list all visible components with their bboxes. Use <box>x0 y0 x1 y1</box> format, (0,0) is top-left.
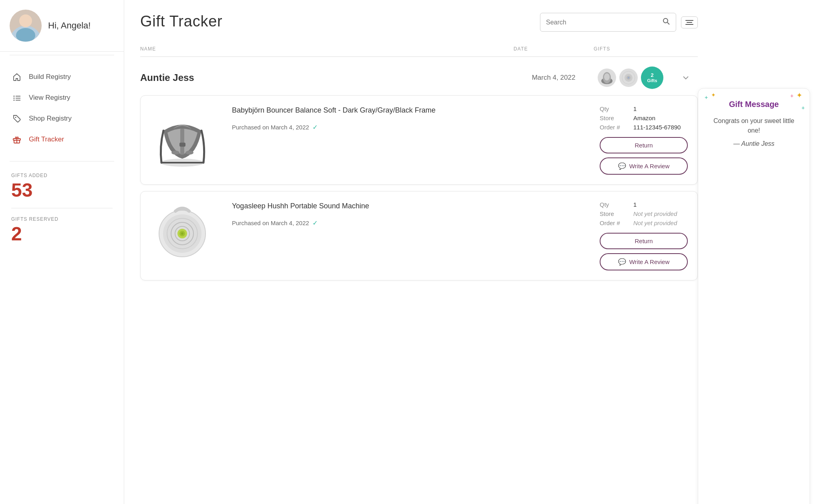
table-header: NAME DATE GIFTS <box>140 43 698 57</box>
gift-message-panel: + ✦ + ✦ + Gift Message Congrats on your … <box>698 88 810 504</box>
gift-purchased-1: Purchased on March 4, 2022 ✓ <box>232 123 590 131</box>
sparkle-icon-5: + <box>802 105 805 111</box>
gifts-count-badge: 2 Gifts <box>641 67 663 89</box>
gift-image-1 <box>150 105 214 169</box>
filter-button[interactable] <box>681 16 698 28</box>
svg-point-3 <box>14 96 15 97</box>
sparkle-icon-2: ✦ <box>711 92 716 98</box>
giver-name: Auntie Jess <box>140 72 514 83</box>
purchased-checkmark-1: ✓ <box>312 123 318 131</box>
sidebar-item-view-registry[interactable]: View Registry <box>0 87 124 108</box>
gift-message-body: Congrats on your sweet little one! <box>708 116 800 135</box>
gifts-badges: 2 Gifts <box>594 67 674 89</box>
sidebar-item-label: Gift Tracker <box>29 135 64 143</box>
svg-point-9 <box>15 117 16 118</box>
sparkle-icon-4: ✦ <box>796 91 802 100</box>
svg-point-12 <box>663 18 668 23</box>
sidebar-item-shop-registry[interactable]: Shop Registry <box>0 108 124 129</box>
gift-name-1: Babybjörn Bouncer Balance Soft - Dark Gr… <box>232 105 590 115</box>
sidebar-item-gift-tracker[interactable]: Gift Tracker <box>0 129 124 150</box>
gift-message-title: Gift Message <box>708 100 800 109</box>
gifts-reserved-section: GIFTS RESERVED 2 <box>11 216 113 244</box>
sidebar-item-label: Build Registry <box>29 73 71 81</box>
detail-order-2: Order # Not yet provided <box>600 220 688 226</box>
gift-actions-1: Return 💬 Write A Review <box>600 137 688 175</box>
gift-card-1: Babybjörn Bouncer Balance Soft - Dark Gr… <box>140 95 698 185</box>
gift-details-2: Qty 1 Store Not yet provided Order # Not… <box>600 201 688 270</box>
search-box <box>540 13 676 32</box>
detail-qty-2: Qty 1 <box>600 201 688 208</box>
gift-details-1: Qty 1 Store Amazon Order # 111-12345-678… <box>600 105 688 175</box>
col-name: NAME <box>140 46 514 52</box>
col-gifts: GIFTS <box>594 46 674 52</box>
return-button-2[interactable]: Return <box>600 233 688 249</box>
purchased-checkmark-2: ✓ <box>312 219 318 227</box>
svg-point-23 <box>171 151 179 155</box>
home-icon <box>11 71 22 83</box>
gift-icon <box>11 134 22 145</box>
main-content: Gift Tracker NAME DATE GIFTS <box>124 0 714 504</box>
svg-line-13 <box>667 22 669 24</box>
sidebar-nav: Build Registry View Registry <box>0 58 124 158</box>
sparkle-icon-3: + <box>790 93 794 99</box>
user-profile: Hi, Angela! <box>0 10 124 52</box>
gift-actions-2: Return 💬 Write A Review <box>600 233 688 270</box>
return-button-1[interactable]: Return <box>600 137 688 153</box>
sparkle-icon-1: + <box>705 94 708 101</box>
review-icon-1: 💬 <box>618 162 626 170</box>
chevron-down-icon[interactable] <box>674 74 698 82</box>
gifts-reserved-label: GIFTS RESERVED <box>11 216 113 222</box>
sidebar-item-label: View Registry <box>29 94 71 102</box>
gifts-reserved-value: 2 <box>11 224 113 244</box>
svg-point-5 <box>14 98 15 99</box>
gift-purchased-2: Purchased on March 4, 2022 ✓ <box>232 219 590 227</box>
sidebar-item-build-registry[interactable]: Build Registry <box>0 67 124 87</box>
giver-section: Auntie Jess March 4, 2022 <box>140 67 698 280</box>
filter-icon-line2 <box>687 22 692 23</box>
svg-point-20 <box>628 77 629 79</box>
gift-image-2 <box>150 201 214 265</box>
col-action <box>674 46 698 52</box>
page-title: Gift Tracker <box>140 13 222 30</box>
review-icon-2: 💬 <box>618 258 626 266</box>
stats-section: GIFTS ADDED 53 GIFTS RESERVED 2 <box>0 165 124 253</box>
main-header: Gift Tracker <box>140 13 698 32</box>
giver-header: Auntie Jess March 4, 2022 <box>140 67 698 89</box>
detail-order-1: Order # 111-12345-67890 <box>600 124 688 131</box>
svg-point-16 <box>604 73 610 81</box>
svg-point-24 <box>185 151 193 155</box>
write-review-button-1[interactable]: 💬 Write A Review <box>600 157 688 175</box>
header-right <box>540 13 698 32</box>
gift-message-signature: — Auntie Jess <box>708 140 800 147</box>
detail-store-2: Store Not yet provided <box>600 210 688 217</box>
gift-details-rows-1: Qty 1 Store Amazon Order # 111-12345-678… <box>600 105 688 131</box>
tag-icon <box>11 113 22 124</box>
gift-thumbnail-1 <box>598 69 616 87</box>
list-icon <box>11 92 22 103</box>
gift-thumbnail-2 <box>619 69 638 87</box>
search-input[interactable] <box>546 19 662 26</box>
gift-info-1: Babybjörn Bouncer Balance Soft - Dark Gr… <box>232 105 590 131</box>
search-button[interactable] <box>662 17 670 27</box>
filter-icon-line3 <box>685 24 693 25</box>
gift-details-rows-2: Qty 1 Store Not yet provided Order # Not… <box>600 201 688 226</box>
svg-point-34 <box>181 232 183 235</box>
gift-name-2: Yogasleep Hushh Portable Sound Machine <box>232 201 590 211</box>
svg-point-7 <box>14 100 15 101</box>
gift-card-2: Yogasleep Hushh Portable Sound Machine P… <box>140 191 698 280</box>
detail-store-1: Store Amazon <box>600 115 688 121</box>
svg-point-1 <box>19 14 32 27</box>
gifts-added-label: GIFTS ADDED <box>11 173 113 178</box>
gifts-added-section: GIFTS ADDED 53 <box>11 173 113 200</box>
col-date: DATE <box>514 46 594 52</box>
svg-rect-22 <box>180 129 184 155</box>
filter-icon-line1 <box>685 20 693 21</box>
gift-info-2: Yogasleep Hushh Portable Sound Machine P… <box>232 201 590 227</box>
svg-rect-26 <box>179 143 185 147</box>
greeting-text: Hi, Angela! <box>48 20 91 31</box>
gifts-added-value: 53 <box>11 181 113 200</box>
giver-date: March 4, 2022 <box>514 74 594 82</box>
write-review-button-2[interactable]: 💬 Write A Review <box>600 253 688 270</box>
avatar <box>10 10 42 42</box>
detail-qty-1: Qty 1 <box>600 105 688 112</box>
